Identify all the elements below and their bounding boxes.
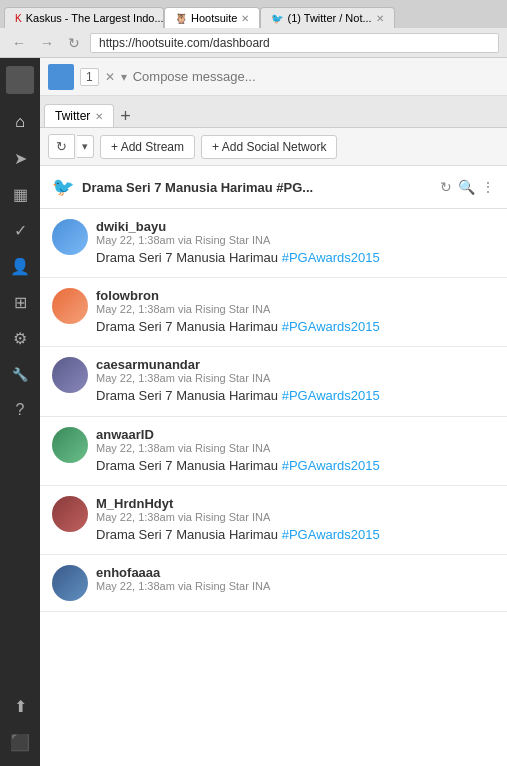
twitter-tab-stream-label: Twitter	[55, 109, 90, 123]
browser-tab-hootsuite[interactable]: 🦉 Hootsuite ✕	[164, 7, 260, 28]
stream-title: Drama Seri 7 Manusia Harimau #PG...	[82, 180, 432, 195]
twitter-favicon: 🐦	[271, 13, 283, 24]
tweet-text: Drama Seri 7 Manusia Harimau #PGAwards20…	[96, 318, 495, 336]
tweet-hashtag[interactable]: #PGAwards2015	[282, 250, 380, 265]
tweet-item: folowbron May 22, 1:38am via Rising Star…	[40, 278, 507, 347]
stream-header: 🐦 Drama Seri 7 Manusia Harimau #PG... ↻ …	[40, 166, 507, 209]
refresh-button[interactable]: ↻	[48, 134, 75, 159]
tweet-meta: May 22, 1:38am via Rising Star INA	[96, 234, 495, 246]
stream-header-actions: ↻ 🔍 ⋮	[440, 179, 495, 195]
tweet-item: anwaarID May 22, 1:38am via Rising Star …	[40, 417, 507, 486]
stream-more-icon[interactable]: ⋮	[481, 179, 495, 195]
home-icon[interactable]: ⌂	[4, 106, 36, 138]
tweet-meta: May 22, 1:38am via Rising Star INA	[96, 442, 495, 454]
check-icon[interactable]: ✓	[4, 214, 36, 246]
tweet-hashtag[interactable]: #PGAwards2015	[282, 319, 380, 334]
tweet-content: anwaarID May 22, 1:38am via Rising Star …	[96, 427, 495, 475]
forward-button[interactable]: →	[36, 33, 58, 53]
kaskus-favicon: K	[15, 13, 22, 24]
hootsuite-tab-label: Hootsuite	[191, 12, 237, 24]
account-thumbnail	[48, 64, 74, 90]
analytics-icon[interactable]: ▦	[4, 178, 36, 210]
tweet-avatar	[52, 357, 88, 393]
puzzle-icon[interactable]: ⊞	[4, 286, 36, 318]
tweet-meta: May 22, 1:38am via Rising Star INA	[96, 303, 495, 315]
tweet-text: Drama Seri 7 Manusia Harimau #PGAwards20…	[96, 526, 495, 544]
main-content: 1 ✕ ▾ Twitter ✕ + ↻ ▾ + Add Stream + Add…	[40, 58, 507, 766]
browser-tab-twitter[interactable]: 🐦 (1) Twitter / Not... ✕	[260, 7, 394, 28]
browser-tab-kaskus[interactable]: K Kaskus - The Largest Indo... ✕	[4, 7, 164, 28]
tweet-list: dwiki_bayu May 22, 1:38am via Rising Sta…	[40, 209, 507, 612]
tweet-content: M_HrdnHdyt May 22, 1:38am via Rising Sta…	[96, 496, 495, 544]
tweet-avatar	[52, 496, 88, 532]
tweet-meta: May 22, 1:38am via Rising Star INA	[96, 372, 495, 384]
account-number: 1	[80, 68, 99, 86]
browser-tab-bar: K Kaskus - The Largest Indo... ✕ 🦉 Hoots…	[0, 0, 507, 28]
tweet-content: caesarmunandar May 22, 1:38am via Rising…	[96, 357, 495, 405]
app-container: ⌂ ➤ ▦ ✓ 👤 ⊞ ⚙ 🔧 ? ⬆ ⬛ 1 ✕ ▾ Twitter ✕ +	[0, 58, 507, 766]
add-social-network-button[interactable]: + Add Social Network	[201, 135, 337, 159]
tweet-text: Drama Seri 7 Manusia Harimau #PGAwards20…	[96, 387, 495, 405]
stream-refresh-icon[interactable]: ↻	[440, 179, 452, 195]
kaskus-tab-label: Kaskus - The Largest Indo...	[26, 12, 164, 24]
tweet-meta: May 22, 1:38am via Rising Star INA	[96, 580, 495, 592]
twitter-tab-stream-close[interactable]: ✕	[95, 111, 103, 122]
back-button[interactable]: ←	[8, 33, 30, 53]
stream-search-icon[interactable]: 🔍	[458, 179, 475, 195]
tweet-hashtag[interactable]: #PGAwards2015	[282, 388, 380, 403]
refresh-dropdown-button[interactable]: ▾	[77, 135, 94, 158]
url-input[interactable]	[90, 33, 499, 53]
tweet-text: Drama Seri 7 Manusia Harimau #PGAwards20…	[96, 249, 495, 267]
hootsuite-tab-close[interactable]: ✕	[241, 13, 249, 24]
twitter-tab-label: (1) Twitter / Not...	[287, 12, 371, 24]
help-icon[interactable]: ?	[4, 394, 36, 426]
tweet-avatar	[52, 219, 88, 255]
tweet-avatar	[52, 288, 88, 324]
hootsuite-favicon: 🦉	[175, 13, 187, 24]
account-dropdown-button[interactable]: ▾	[121, 70, 127, 84]
twitter-tab-close[interactable]: ✕	[376, 13, 384, 24]
tweet-username[interactable]: dwiki_bayu	[96, 219, 495, 234]
contacts-icon[interactable]: 👤	[4, 250, 36, 282]
tweet-item: dwiki_bayu May 22, 1:38am via Rising Sta…	[40, 209, 507, 278]
refresh-browser-button[interactable]: ↻	[64, 33, 84, 53]
exit-icon[interactable]: ⬛	[4, 726, 36, 758]
action-bar: ↻ ▾ + Add Stream + Add Social Network	[40, 128, 507, 166]
tweet-meta: May 22, 1:38am via Rising Star INA	[96, 511, 495, 523]
avatar[interactable]	[6, 66, 34, 94]
tweet-username[interactable]: anwaarID	[96, 427, 495, 442]
tweet-content: folowbron May 22, 1:38am via Rising Star…	[96, 288, 495, 336]
stream-tab-bar: Twitter ✕ +	[40, 96, 507, 128]
tweet-avatar	[52, 565, 88, 601]
twitter-stream-tab[interactable]: Twitter ✕	[44, 104, 114, 127]
tweet-content: enhofaaaa May 22, 1:38am via Rising Star…	[96, 565, 495, 601]
tweet-item: enhofaaaa May 22, 1:38am via Rising Star…	[40, 555, 507, 612]
tweet-hashtag[interactable]: #PGAwards2015	[282, 458, 380, 473]
browser-address-bar: ← → ↻	[0, 28, 507, 58]
tweet-text: Drama Seri 7 Manusia Harimau #PGAwards20…	[96, 457, 495, 475]
tweet-username[interactable]: M_HrdnHdyt	[96, 496, 495, 511]
send-icon[interactable]: ➤	[4, 142, 36, 174]
tweet-avatar	[52, 427, 88, 463]
tweet-hashtag[interactable]: #PGAwards2015	[282, 527, 380, 542]
tweet-username[interactable]: folowbron	[96, 288, 495, 303]
stream-column: 🐦 Drama Seri 7 Manusia Harimau #PG... ↻ …	[40, 166, 507, 766]
account-close-button[interactable]: ✕	[105, 70, 115, 84]
compose-input[interactable]	[133, 69, 499, 84]
tweet-item: M_HrdnHdyt May 22, 1:38am via Rising Sta…	[40, 486, 507, 555]
upload-icon[interactable]: ⬆	[4, 690, 36, 722]
refresh-group: ↻ ▾	[48, 134, 94, 159]
tools-icon[interactable]: 🔧	[4, 358, 36, 390]
tweet-username[interactable]: caesarmunandar	[96, 357, 495, 372]
tweet-username[interactable]: enhofaaaa	[96, 565, 495, 580]
tweet-content: dwiki_bayu May 22, 1:38am via Rising Sta…	[96, 219, 495, 267]
sidebar: ⌂ ➤ ▦ ✓ 👤 ⊞ ⚙ 🔧 ? ⬆ ⬛	[0, 58, 40, 766]
tweet-item: caesarmunandar May 22, 1:38am via Rising…	[40, 347, 507, 416]
add-stream-button[interactable]: + Add Stream	[100, 135, 195, 159]
add-tab-button[interactable]: +	[114, 105, 137, 127]
top-bar: 1 ✕ ▾	[40, 58, 507, 96]
twitter-stream-icon: 🐦	[52, 176, 74, 198]
settings-icon[interactable]: ⚙	[4, 322, 36, 354]
